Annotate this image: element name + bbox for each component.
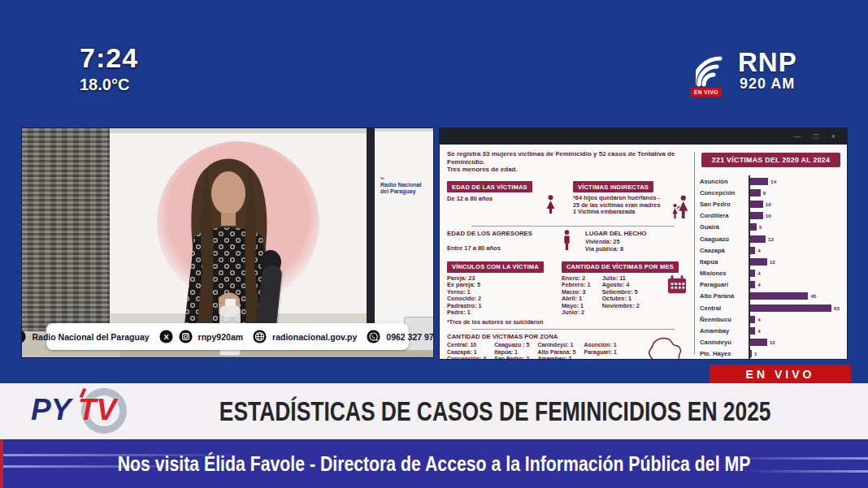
social-media-bar: fRadio Nacional del ParaguayXrnpy920amra… (46, 323, 409, 350)
vinculos-list: Pareja: 23Ex pareja: 5Yerno: 1Conocido: … (447, 275, 562, 317)
headline-band: PY TV ESTADÍSTICAS DE CASOS DE FEMINICID… (0, 383, 868, 439)
woman-icon (545, 195, 557, 218)
ticker-band: Nos visita Élida Favole - Directora de A… (0, 439, 868, 488)
svg-text:X: X (163, 333, 169, 341)
ticker-text: Nos visita Élida Favole - Directora de A… (118, 452, 751, 476)
chart-row: Guairá5 (700, 222, 842, 233)
chart-category-label: Misiones (700, 270, 749, 277)
intro-text: Se registra 33 mujeres víctimas de Femin… (447, 150, 691, 174)
chart-value: 10 (766, 201, 771, 207)
chart-value: 12 (768, 236, 774, 242)
station-live-badge: EN VIVO (691, 88, 722, 97)
stat-line: Central: 10 (447, 342, 486, 349)
chart-value: 13 (770, 339, 775, 345)
chart-row: Asunción14 (700, 175, 842, 187)
stat-line: Padre: 1 (447, 309, 562, 317)
stat-line: Caazapá: 1 (447, 349, 486, 356)
ticker-red-edge (0, 439, 3, 488)
statistics-document-window: — □ × Se registra 33 mujeres víctimas de… (440, 128, 847, 359)
chart-value: 8 (763, 190, 766, 196)
chart-row: Cordillera10 (700, 210, 842, 222)
months-column-2: Julio: 11Agosto: 4Setiembre: 5Octubre: 1… (602, 275, 640, 317)
pytv-logo: PY TV (31, 388, 153, 435)
chart-value: 4 (757, 317, 760, 322)
suicide-note: *Tres de los autores se suicidaron (447, 318, 691, 326)
stat-line: Asunción: 1 (584, 342, 617, 349)
stat-line: Alto Paraná: 5 (537, 349, 575, 356)
chart-category-label: Cordillera (700, 212, 749, 219)
temperature: 18.0°C (80, 76, 138, 94)
chart-bar (750, 189, 761, 196)
x-icon[interactable]: X (159, 330, 173, 343)
chart-bar (750, 178, 768, 185)
section-header-edad-agresores: EDAD DE LOS AGRESORES (447, 230, 562, 237)
victimas-indirectas-lines: *64 hijos quedaron huérfanos -25 de las … (573, 195, 661, 216)
chart-bar (750, 339, 767, 346)
live-badge: EN VIVO (710, 365, 851, 383)
edad-agresores-value: Entre 17 a 80 años (447, 244, 501, 252)
chart-row: Alto Paraná45 (700, 291, 842, 302)
chart-category-label: Central (700, 304, 749, 312)
chart-value: 4 (757, 270, 760, 276)
chart-category-label: Pte. Hayes (700, 350, 749, 357)
chart-category-label: Alto Paraná (700, 292, 749, 300)
social-label: Radio Nacional del Paraguay (32, 332, 149, 342)
mother-child-icon (670, 195, 691, 222)
chart-row: Central63 (700, 302, 842, 313)
section-header-vinculos: VÍNCULOS CON LA VÍCTIMA (447, 261, 544, 273)
chart-row: San Pedro10 (700, 198, 842, 209)
stat-line: Caaguazú : 5 (494, 342, 529, 349)
chart-value: 10 (766, 213, 771, 218)
chart-row: Pte. Hayes1 (700, 348, 842, 359)
chart-category-label: Canindeyú (700, 339, 749, 346)
rnp-station-logo: RNP 920 AM EN VIVO (696, 45, 834, 102)
infographic-content: Se registra 33 mujeres víctimas de Femin… (440, 145, 847, 359)
chart-row: Concepción8 (700, 187, 842, 198)
close-button[interactable]: × (831, 133, 835, 140)
studio-video-feed: ⌁ Radio Nacional del Paraguay fRad (22, 128, 433, 357)
maximize-button[interactable]: □ (814, 133, 818, 140)
chart-category-label: Amambay (700, 327, 749, 335)
chart-row: Paraguarí4 (700, 279, 842, 291)
chart-bar (750, 281, 755, 288)
chart-row: Ñeembucú4 (700, 313, 842, 325)
whatsapp-icon[interactable] (367, 330, 380, 343)
chart-category-label: Itapúa (700, 258, 749, 266)
zona-column: Canindeyú: 1Alto Paraná: 5Amambay: 2 (537, 342, 575, 359)
instagram-icon[interactable] (179, 330, 193, 343)
chart-bar (750, 212, 763, 219)
chart-bar (750, 235, 766, 243)
chart-title: 221 VÍCTIMAS DEL 2020 AL 2024 (701, 153, 840, 167)
chart-row: Caaguazú12 (700, 233, 842, 244)
chart-bar (750, 247, 755, 254)
chart-value: 1 (754, 351, 757, 356)
clock-widget: 7:24 18.0°C (80, 42, 138, 94)
chart-category-label: Concepción (700, 189, 749, 196)
minimize-button[interactable]: — (793, 133, 801, 140)
chart-panel: 221 VÍCTIMAS DEL 2020 AL 2024 Asunción14… (700, 150, 842, 359)
chart-value: 45 (810, 293, 816, 299)
chart-row: Canindeyú13 (700, 337, 842, 348)
radio-waves-icon (696, 47, 735, 93)
zona-column: Asunción: 1Paraguarí: 1 (584, 342, 617, 359)
facebook-icon[interactable]: f (22, 330, 26, 343)
months-column-1: Enero: 2Febrero: 1Marzo: 3Abril: 1Mayo: … (562, 275, 591, 317)
chart-bar (750, 304, 831, 312)
chart-category-label: Caazapá (700, 247, 749, 254)
chart-row: Caazapá4 (700, 244, 842, 256)
chart-row: Amambay4 (700, 325, 842, 336)
man-icon (562, 230, 572, 254)
chart-value: 63 (834, 305, 840, 311)
chart-bar (750, 223, 757, 231)
chart-category-label: Ñeembucú (700, 316, 749, 323)
edad-victimas-value: De 12 a 80 años (447, 195, 493, 202)
globe-icon[interactable] (253, 330, 267, 343)
chart-value: 5 (759, 224, 762, 230)
chart-row: Misiones4 (700, 268, 842, 279)
stat-line: Canindeyú: 1 (537, 342, 575, 349)
chart-category-label: Caaguazú (700, 235, 749, 243)
stat-line: San Pedro: 2 (494, 356, 529, 359)
chart-category-label: San Pedro (700, 201, 749, 208)
chart-value: 13 (770, 259, 775, 265)
chart-category-label: Paraguarí (700, 281, 749, 288)
